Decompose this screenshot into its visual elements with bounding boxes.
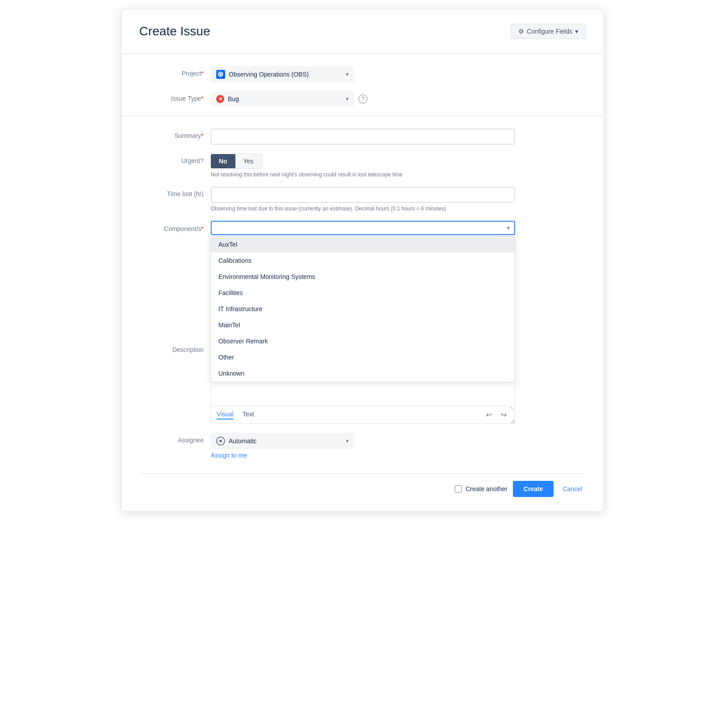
header-divider [121, 53, 604, 54]
svg-point-1 [220, 73, 222, 75]
undo-button[interactable]: ↩ [483, 410, 495, 420]
tab-text[interactable]: Text [243, 411, 254, 420]
project-field: Observing Operations (OBS) ▾ [211, 66, 515, 82]
component-field: ▾ AuxTel Calibrations Environmental Moni… [211, 221, 515, 235]
assignee-value: Automatic [229, 437, 256, 445]
summary-row: Summary* [139, 128, 586, 145]
create-issue-modal: Create Issue ⚙ Configure Fields ▾ Projec… [121, 9, 604, 512]
assignee-row: Assignee Automatic ▾ Assign to me [139, 433, 586, 459]
gear-icon: ⚙ [518, 28, 524, 35]
modal-footer: Create another Create Cancel [139, 473, 586, 497]
description-actions: ↩ ↪ [483, 410, 509, 420]
component-dropdown: AuxTel Calibrations Environmental Monito… [211, 236, 515, 382]
assignee-field: Automatic ▾ Assign to me [211, 433, 515, 459]
project-row: Project* Observing Operations (OBS) ▾ [139, 66, 586, 82]
section-divider [121, 116, 604, 116]
assignee-chevron-icon: ▾ [346, 438, 349, 444]
component-input[interactable] [216, 224, 507, 231]
svg-point-0 [218, 72, 223, 77]
time-lost-hint: Observing time lost due to this issue (c… [211, 206, 515, 212]
create-button[interactable]: Create [513, 481, 554, 497]
summary-input[interactable] [211, 128, 515, 145]
component-option-facilities[interactable]: Facilities [211, 285, 515, 301]
component-option-unknown[interactable]: Unknown [211, 365, 515, 381]
time-lost-label: Time lost (hr) [139, 187, 211, 197]
component-option-environmental[interactable]: Environmental Monitoring Systems [211, 269, 515, 285]
assignee-label: Assignee [139, 433, 211, 444]
summary-field [211, 128, 515, 145]
assignee-select[interactable]: Automatic ▾ [211, 433, 354, 449]
component-option-calibrations[interactable]: Calibrations [211, 253, 515, 269]
component-option-other[interactable]: Other [211, 349, 515, 365]
component-option-maintel[interactable]: MainTel [211, 317, 515, 333]
urgent-field: No Yes Not resolving this before next ni… [211, 154, 515, 178]
component-option-observer-remark[interactable]: Observer Remark [211, 333, 515, 349]
description-tabs: Visual Text [217, 411, 254, 420]
urgent-row: Urgent? No Yes Not resolving this before… [139, 154, 586, 178]
issue-type-label: Issue Type* [139, 91, 211, 102]
urgent-label: Urgent? [139, 154, 211, 164]
automatic-icon [216, 437, 225, 445]
description-toolbar: Visual Text ↩ ↪ [211, 406, 515, 424]
component-chevron-icon: ▾ [507, 225, 510, 231]
component-label: Component/s* [139, 221, 211, 232]
project-select[interactable]: Observing Operations (OBS) ▾ [211, 66, 354, 82]
issue-type-value: Bug [228, 95, 239, 103]
resize-handle: ⤡ [510, 406, 513, 411]
project-label: Project* [139, 66, 211, 77]
project-value: Observing Operations (OBS) [229, 71, 309, 78]
tab-visual[interactable]: Visual [217, 411, 234, 420]
chevron-down-icon: ▾ [575, 28, 578, 35]
page-title: Create Issue [139, 24, 210, 39]
redo-button[interactable]: ↪ [498, 410, 509, 420]
urgent-no-button[interactable]: No [211, 154, 235, 168]
summary-label: Summary* [139, 128, 211, 139]
bug-icon: ✕ [216, 95, 224, 103]
project-chevron-icon: ▾ [346, 71, 349, 77]
urgent-hint: Not resolving this before next night's o… [211, 171, 515, 178]
configure-fields-button[interactable]: ⚙ Configure Fields ▾ [511, 24, 586, 39]
assign-to-me-link[interactable]: Assign to me [211, 452, 515, 459]
component-option-it[interactable]: IT Infrastructure [211, 301, 515, 317]
issue-type-row: Issue Type* ✕ Bug ▾ ? [139, 91, 586, 107]
time-lost-input[interactable] [211, 187, 515, 203]
issue-type-field: ✕ Bug ▾ ? [211, 91, 515, 107]
issue-type-chevron-icon: ▾ [346, 96, 349, 102]
component-option-auxtel[interactable]: AuxTel [211, 236, 515, 253]
create-another-checkbox[interactable] [455, 485, 462, 492]
time-lost-row: Time lost (hr) Observing time lost due t… [139, 187, 586, 212]
cancel-button[interactable]: Cancel [559, 481, 586, 497]
issue-type-select[interactable]: ✕ Bug ▾ [211, 91, 354, 107]
description-label: Description [139, 343, 211, 353]
create-another-label[interactable]: Create another [455, 485, 507, 492]
component-input-container[interactable]: ▾ [211, 221, 515, 235]
help-icon[interactable]: ? [358, 94, 367, 103]
time-lost-field: Observing time lost due to this issue (c… [211, 187, 515, 212]
modal-header: Create Issue ⚙ Configure Fields ▾ [139, 24, 586, 39]
configure-fields-label: Configure Fields [527, 28, 572, 35]
urgent-yes-button[interactable]: Yes [235, 154, 262, 169]
component-row: Component/s* ▾ AuxTel Calibrations Envir… [139, 221, 586, 235]
project-icon [216, 70, 225, 79]
